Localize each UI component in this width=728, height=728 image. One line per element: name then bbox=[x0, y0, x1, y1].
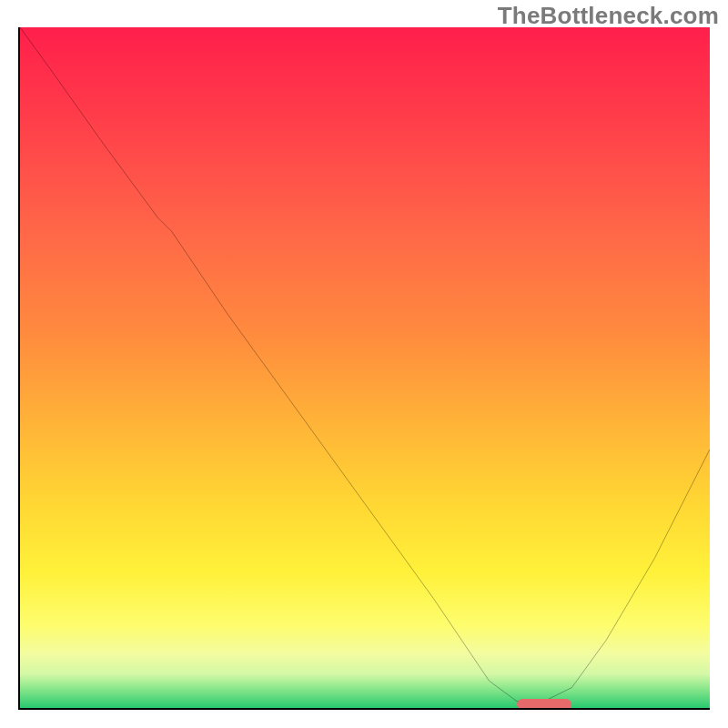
watermark-text: TheBottleneck.com bbox=[498, 2, 719, 30]
bottleneck-curve bbox=[20, 27, 710, 708]
optimal-range-marker bbox=[517, 699, 572, 710]
curve-path bbox=[20, 27, 710, 702]
chart-container: TheBottleneck.com bbox=[0, 0, 728, 728]
plot-area bbox=[18, 27, 710, 710]
